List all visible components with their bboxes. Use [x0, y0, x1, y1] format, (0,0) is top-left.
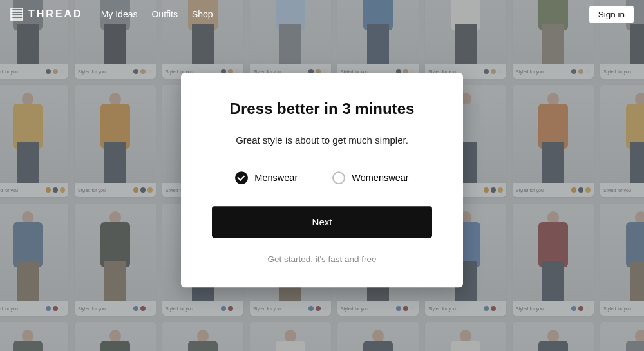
nav-shop[interactable]: Shop: [192, 9, 213, 19]
modal-subtitle: Great style is about to get much simpler…: [212, 135, 432, 146]
choice-label: Menswear: [254, 173, 298, 183]
nav-outfits[interactable]: Outfits: [151, 9, 177, 19]
main-nav: My Ideas Outfits Shop: [101, 9, 213, 19]
next-button[interactable]: Next: [212, 206, 432, 238]
choice-womenswear[interactable]: Womenswear: [332, 171, 408, 184]
sign-in-button[interactable]: Sign in: [589, 6, 634, 23]
onboarding-modal: Dress better in 3 minutes Great style is…: [181, 73, 463, 287]
header: THREAD My Ideas Outfits Shop Sign in: [0, 0, 644, 28]
modal-title: Dress better in 3 minutes: [212, 100, 432, 118]
logo-mark-icon: [10, 8, 23, 21]
nav-my-ideas[interactable]: My Ideas: [101, 9, 138, 19]
choice-menswear[interactable]: Menswear: [235, 171, 298, 184]
modal-footer: Get started, it's fast and free: [212, 254, 432, 264]
gender-choice-group: Menswear Womenswear: [212, 171, 432, 184]
radio-checked-icon: [235, 171, 248, 184]
brand-logo[interactable]: THREAD: [10, 8, 83, 21]
brand-name: THREAD: [28, 8, 83, 20]
choice-label: Womenswear: [352, 173, 408, 183]
radio-unchecked-icon: [332, 171, 345, 184]
